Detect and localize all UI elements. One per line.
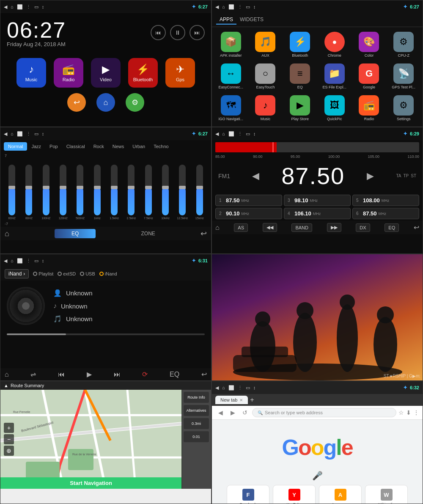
tab-apps[interactable]: APPS: [216, 15, 236, 25]
google-mic-icon[interactable]: 🎤: [218, 471, 416, 481]
start-navigation-btn[interactable]: Start Navigation: [0, 477, 181, 489]
app-apk-installer[interactable]: 📦 APK installer: [214, 30, 247, 60]
new-tab-btn[interactable]: +: [250, 396, 254, 404]
tab-widgets[interactable]: WIDGETS: [236, 15, 267, 25]
menu-icon[interactable]: ⋮: [26, 131, 31, 137]
extsd-radio[interactable]: [58, 272, 62, 276]
source-playlist[interactable]: Playlist: [33, 271, 53, 276]
zoom-in-btn[interactable]: +: [4, 423, 14, 433]
video-icon-btn[interactable]: ▶ Video: [91, 58, 121, 88]
distance-btn-1[interactable]: 0.3mi: [184, 418, 209, 429]
zoom-fit-btn[interactable]: ⊕: [4, 446, 14, 456]
chrome-back-btn[interactable]: ◀: [215, 408, 225, 418]
player-repeat-btn[interactable]: ⟳: [142, 370, 148, 378]
eq-slider-0[interactable]: [8, 165, 15, 215]
preset-6[interactable]: 6 87.50 MHz: [352, 208, 419, 219]
eq-slider-4[interactable]: [77, 165, 83, 215]
radio-next-track-btn[interactable]: ▶▶: [327, 223, 341, 232]
back-icon[interactable]: ◀: [4, 131, 7, 137]
preset-2[interactable]: 2 90.10 MHz: [215, 208, 282, 219]
chrome-newtab-tab[interactable]: New tab ✕: [215, 396, 248, 404]
playlist-radio[interactable]: [33, 272, 37, 276]
eq-slider-6[interactable]: [111, 165, 118, 215]
app-settings[interactable]: ⚙ Settings: [387, 93, 420, 123]
app-radio[interactable]: 📻 Radio: [353, 93, 386, 123]
music-icon-btn[interactable]: ♪ Music: [16, 58, 46, 88]
chrome-more-btn[interactable]: ⋮: [413, 409, 419, 416]
usb-radio[interactable]: [80, 272, 84, 276]
chrome-star-btn[interactable]: ☆: [398, 409, 404, 416]
radio-as-btn[interactable]: AS: [234, 223, 248, 232]
window-icon[interactable]: ⬜: [228, 131, 234, 137]
player-play-btn[interactable]: ▶: [87, 370, 92, 378]
eq-slider-5[interactable]: [94, 165, 101, 215]
eq-tab-rock[interactable]: Rock: [89, 142, 108, 151]
home-icon[interactable]: ⌂: [222, 385, 225, 390]
radio-prev-track-btn[interactable]: ◀◀: [263, 223, 277, 232]
app-music[interactable]: ♪ Music: [249, 93, 282, 123]
chrome-forward-btn[interactable]: ▶: [228, 408, 238, 418]
eq-tab-urban[interactable]: Urban: [128, 142, 149, 151]
eq-slider-9[interactable]: [162, 165, 169, 215]
chrome-reload-btn[interactable]: ↺: [240, 408, 250, 418]
tab-close-btn[interactable]: ✕: [239, 398, 243, 402]
eq-slider-7[interactable]: [128, 165, 135, 215]
eq-tab-normal[interactable]: Normal: [4, 142, 27, 151]
player-back-btn[interactable]: ↩: [201, 370, 207, 378]
menu-icon[interactable]: ⋮: [238, 131, 242, 137]
source-inand[interactable]: iNand: [99, 271, 117, 276]
eq-tab-classical[interactable]: Classical: [62, 142, 89, 151]
app-easytouch[interactable]: ○ EasyTouch: [249, 61, 282, 91]
eq-slider-1[interactable]: [25, 165, 32, 215]
window-icon[interactable]: ⬜: [228, 4, 234, 10]
app-es-file[interactable]: 📁 ES File Expl...: [318, 61, 351, 91]
preset-5[interactable]: 5 108.00 MHz: [352, 195, 419, 206]
home-icon[interactable]: ⌂: [222, 131, 225, 136]
player-eq-btn[interactable]: EQ: [170, 371, 179, 378]
eq-slider-11[interactable]: [196, 165, 203, 215]
radio-icon-btn[interactable]: 📻 Radio: [54, 58, 83, 88]
player-shuffle-btn[interactable]: ⇌: [30, 370, 36, 378]
radio-back-btn[interactable]: ↩: [414, 223, 419, 231]
back-icon[interactable]: ◀: [215, 385, 219, 391]
radio-eq-btn[interactable]: EQ: [385, 223, 399, 232]
eq-back-btn[interactable]: ↩: [201, 229, 207, 238]
source-usb[interactable]: USB: [80, 271, 95, 276]
radio-prev-btn[interactable]: ◀: [252, 171, 259, 182]
zoom-out-btn[interactable]: −: [4, 434, 14, 444]
app-play-store[interactable]: ▶ Play Store: [283, 93, 316, 123]
app-google[interactable]: G Google: [353, 61, 386, 91]
eq-eq-btn[interactable]: EQ: [55, 229, 96, 238]
eq-tab-jazz[interactable]: Jazz: [27, 142, 45, 151]
preset-1[interactable]: 1 87.50 MHz: [215, 195, 282, 206]
back-icon[interactable]: ◀: [4, 258, 7, 264]
app-quickpic[interactable]: 🖼 QuickPic: [318, 93, 351, 123]
next-btn[interactable]: ⏭: [190, 25, 205, 40]
home-icon[interactable]: ⌂: [222, 4, 225, 9]
back-icon[interactable]: ◀: [215, 4, 219, 10]
eq-tab-news[interactable]: News: [108, 142, 129, 151]
home-icon[interactable]: ⌂: [11, 131, 14, 136]
eq-tab-techno[interactable]: Techno: [149, 142, 173, 151]
vinyl-record[interactable]: [7, 287, 45, 325]
bluetooth-icon-btn[interactable]: ⚡ Bluetooth: [128, 58, 158, 88]
pause-btn[interactable]: ⏸: [170, 25, 185, 40]
app-color[interactable]: 🎨 Color: [353, 30, 386, 60]
gps-icon-btn[interactable]: ✈ Gps: [165, 58, 195, 88]
source-label-inand[interactable]: iNand ›: [5, 269, 29, 278]
home-circle-btn[interactable]: ⌂: [96, 93, 115, 112]
window-icon[interactable]: ⬜: [228, 385, 234, 391]
radio-dx-btn[interactable]: DX: [356, 223, 370, 232]
eq-home-btn[interactable]: ⌂: [5, 229, 9, 238]
quicklink-facebook[interactable]: F Facebook: [227, 485, 269, 504]
eq-zone-btn[interactable]: ZONE: [141, 231, 155, 237]
distance-btn-2[interactable]: 0.01: [184, 431, 209, 442]
radio-frequency-slider[interactable]: [215, 142, 419, 152]
alternatives-btn[interactable]: Alternatives: [184, 405, 209, 416]
inand-radio[interactable]: [99, 272, 104, 276]
window-icon[interactable]: ⬜: [17, 131, 23, 137]
preset-4[interactable]: 4 106.10 MHz: [284, 208, 351, 219]
route-info-btn[interactable]: Route Info: [184, 392, 209, 403]
radio-band-btn[interactable]: BAND: [291, 223, 312, 232]
settings-circle-btn[interactable]: ⚙: [126, 93, 144, 112]
